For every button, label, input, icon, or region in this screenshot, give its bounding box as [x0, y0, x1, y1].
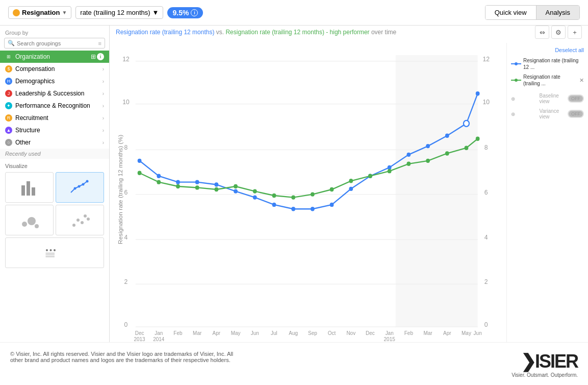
sidebar-item-structure[interactable]: ▲ Structure ›	[0, 124, 109, 136]
deselect-all-btn[interactable]: Deselect all	[511, 47, 584, 53]
svg-point-75	[291, 207, 295, 211]
performance-label: Performance & Recognition	[15, 102, 99, 109]
svg-point-97	[349, 179, 353, 183]
viz-bar-chart[interactable]	[5, 172, 54, 203]
resignation-dropdown[interactable]: Resignation ▼	[8, 6, 71, 19]
recruitment-chevron: ›	[103, 115, 104, 121]
svg-text:10: 10	[122, 98, 130, 106]
demographics-label: Demographics	[15, 78, 99, 85]
rate-dropdown[interactable]: rate (trailing 12 months) ▼	[75, 6, 163, 19]
tab-quick-view[interactable]: Quick view	[485, 6, 536, 19]
svg-text:May: May	[231, 330, 241, 335]
chart-expand-btn[interactable]: ⇔	[535, 26, 549, 39]
svg-point-13	[84, 214, 87, 218]
chart-title-time: over time	[371, 29, 396, 36]
legend-green-remove[interactable]: ✕	[579, 77, 584, 84]
logo-arrow: ❯	[521, 351, 535, 372]
viz-line-chart[interactable]	[56, 172, 104, 203]
svg-text:Apr: Apr	[213, 330, 221, 335]
baseline-toggle[interactable]: OFF	[568, 94, 584, 103]
baseline-toggle-row: ⊕ Baseline view OFF	[511, 93, 584, 104]
svg-text:Resignation rate (trailing 12 : Resignation rate (trailing 12 months) (%…	[118, 135, 124, 245]
footer-logo: ❯ISIER Visier. Outsmart. Outperform.	[512, 351, 578, 378]
resignation-icon	[13, 9, 20, 16]
filter-icon[interactable]: ≡	[98, 40, 101, 46]
svg-point-10	[72, 224, 75, 227]
svg-point-3	[73, 187, 76, 190]
sidebar-item-other[interactable]: ○ Other ›	[0, 136, 109, 149]
svg-point-93	[272, 194, 276, 198]
svg-text:Jul: Jul	[271, 330, 277, 335]
variance-label: ⊕	[511, 111, 538, 117]
structure-icon: ▲	[5, 127, 12, 134]
svg-point-6	[86, 180, 88, 183]
performance-icon: ✦	[5, 102, 12, 109]
leadership-chevron: ›	[103, 91, 104, 97]
svg-text:May: May	[462, 330, 472, 335]
svg-point-8	[28, 217, 36, 225]
chart-wrapper: 12 10 8 6 4 2 0 Resignation rate (traili…	[116, 43, 500, 342]
svg-text:8: 8	[124, 144, 128, 152]
sidebar-item-performance[interactable]: ✦ Performance & Recognition ›	[0, 100, 109, 112]
svg-point-108	[515, 79, 518, 82]
svg-point-82	[426, 144, 430, 148]
svg-point-106	[515, 62, 518, 65]
logo-subtitle: Visier. Outsmart. Outperform.	[512, 372, 578, 378]
toggle-section: ⊕ Baseline view OFF ⊕ Variance view OFF	[511, 93, 584, 119]
svg-text:12: 12	[122, 55, 130, 63]
bubble-chart-icon	[19, 210, 40, 230]
rate-value-badge: 9.5% i	[167, 7, 203, 18]
visualize-section: Visualize	[0, 159, 109, 272]
svg-point-100	[406, 162, 411, 166]
legend-blue: Resignation rate (trailing 12 ...	[511, 57, 584, 70]
rate-dropdown-chevron: ▼	[152, 9, 159, 16]
chart-title-part2: Resignation rate (trailing 12 months) - …	[225, 29, 369, 36]
other-chevron: ›	[103, 140, 104, 146]
visualize-title: Visualize	[5, 163, 104, 169]
svg-rect-2	[32, 187, 35, 196]
recruitment-label: Recruitment	[15, 114, 99, 122]
resignation-label: Resignation	[22, 9, 60, 16]
viz-scatter-chart[interactable]	[56, 205, 104, 235]
svg-point-95	[311, 192, 315, 196]
info-icon: i	[191, 9, 198, 16]
svg-rect-19	[46, 255, 55, 256]
logo-text: ❯ISIER	[521, 351, 578, 372]
main-layout: Group by 🔍 ≡ ⊞ Organization ⊞ i $ Compen…	[0, 26, 588, 342]
legend-green-line	[511, 78, 521, 83]
sidebar-item-recruitment[interactable]: R Recruitment ›	[0, 112, 109, 124]
chart-with-legend: 12 10 8 6 4 2 0 Resignation rate (traili…	[110, 43, 588, 342]
recently-used-label: Recently used	[0, 149, 109, 159]
viz-table-chart[interactable]	[5, 237, 104, 268]
svg-point-72	[234, 189, 238, 193]
sidebar-item-organization[interactable]: ⊞ Organization ⊞ i	[0, 51, 109, 63]
sidebar-item-compensation[interactable]: $ Compensation ›	[0, 63, 109, 75]
chart-add-btn[interactable]: +	[568, 26, 582, 39]
chart-title-part1: Resignation rate (trailing 12 months)	[116, 29, 214, 36]
svg-rect-1	[27, 181, 30, 196]
demographics-chevron: ›	[103, 79, 104, 84]
svg-point-7	[22, 222, 27, 227]
svg-text:Jan: Jan	[155, 330, 163, 335]
search-input[interactable]	[17, 40, 96, 46]
svg-point-71	[214, 182, 218, 186]
tab-analysis[interactable]: Analysis	[536, 6, 579, 19]
sidebar-item-demographics[interactable]: H Demographics ›	[0, 75, 109, 87]
viz-bubble-chart[interactable]	[5, 205, 54, 235]
search-bar[interactable]: 🔍 ≡	[4, 38, 105, 49]
variance-text: Variance view	[540, 108, 566, 119]
organization-label: Organization	[15, 53, 88, 60]
svg-text:12: 12	[482, 55, 490, 63]
svg-point-86	[138, 171, 142, 175]
structure-label: Structure	[15, 127, 99, 134]
sidebar-item-leadership[interactable]: J Leadership & Succession ›	[0, 87, 109, 100]
variance-toggle[interactable]: OFF	[568, 110, 584, 118]
rate-dropdown-label: rate (trailing 12 months)	[80, 9, 150, 16]
svg-point-9	[35, 224, 39, 228]
chart-title: Resignation rate (trailing 12 months) vs…	[116, 29, 396, 36]
variance-toggle-row: ⊕ Variance view OFF	[511, 108, 584, 119]
table-chart-icon	[44, 243, 65, 263]
legend-green: Resignation rate (trailing ... ✕	[511, 74, 584, 87]
chart-settings-btn[interactable]: ⚙	[551, 26, 566, 39]
svg-point-81	[406, 153, 411, 157]
